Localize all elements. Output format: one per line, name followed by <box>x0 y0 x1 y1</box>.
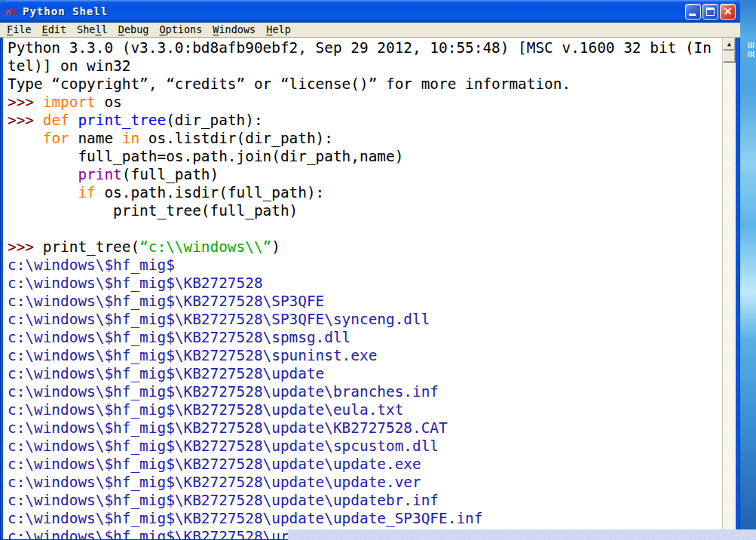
scroll-up-arrow-icon: ▲ <box>727 41 731 48</box>
shell-line: c:\windows\$hf_mig$\KB2727528\update\upd… <box>8 510 722 528</box>
shell-line: c:\windows\$hf_mig$\KB2727528\update\upd… <box>8 474 722 492</box>
shell-line: c:\windows\$hf_mig$\KB2727528 <box>8 275 722 293</box>
shell-text[interactable]: Python 3.3.0 (v3.3.0:bd8afb90ebf2, Sep 2… <box>3 38 722 539</box>
shell-line: c:\windows\$hf_mig$\KB2727528\update\KB2… <box>8 419 722 437</box>
shell-line: c:\windows\$hf_mig$ <box>8 256 722 275</box>
menu-item-edit[interactable]: Edit <box>37 23 72 37</box>
shell-line: tel)] on win32 <box>8 57 722 75</box>
shell-line: >>> print_tree(“c:\\windows\\”) <box>8 238 722 256</box>
shell-line: c:\windows\$hf_mig$\KB2727528\update <box>8 365 722 383</box>
minimize-icon <box>689 14 696 16</box>
maximize-icon <box>706 8 715 16</box>
maximize-button[interactable] <box>702 4 718 20</box>
shell-line: c:\windows\$hf_mig$\KB2727528\update\upd… <box>8 492 722 510</box>
shell-line: if os.path.isdir(full_path): <box>8 184 722 202</box>
shell-line: c:\windows\$hf_mig$\KB2727528\update\upd… <box>8 456 722 474</box>
close-button[interactable]: ✕ <box>720 4 736 20</box>
shell-line: Python 3.3.0 (v3.3.0:bd8afb90ebf2, Sep 2… <box>8 39 722 57</box>
scrollbar-thumb[interactable] <box>723 51 736 63</box>
titlebar-buttons: ✕ <box>685 4 736 20</box>
window-title: Python Shell <box>23 5 108 17</box>
shell-line: c:\windows\$hf_mig$\KB2727528\update\bra… <box>8 383 722 401</box>
menu-item-help[interactable]: Help <box>261 23 296 37</box>
shell-line: full_path=os.path.join(dir_path,name) <box>8 148 722 166</box>
desktop-icon-label-fragment <box>748 42 754 48</box>
shell-line: >>> def print_tree(dir_path): <box>8 112 722 130</box>
shell-line: >>> import os <box>8 94 722 112</box>
menu-item-file[interactable]: File <box>2 23 37 37</box>
shell-content: Python 3.3.0 (v3.3.0:bd8afb90ebf2, Sep 2… <box>3 38 736 539</box>
menu-item-options[interactable]: Options <box>154 23 207 37</box>
shell-line: c:\windows\$hf_mig$\KB2727528\spmsg.dll <box>8 329 722 347</box>
menu-bar: FileEditShellDebugOptionsWindowsHelp <box>0 23 740 38</box>
idle-app-icon <box>5 5 19 17</box>
python-shell-window: Python Shell ✕ FileEditShellDebugOptions… <box>0 0 740 540</box>
menu-item-shell[interactable]: Shell <box>72 23 113 37</box>
title-bar[interactable]: Python Shell ✕ <box>0 0 740 23</box>
desktop-icon-label-fragment <box>748 51 754 57</box>
selection-highlight <box>288 529 756 540</box>
shell-line: Type “copyright”, “credits” or “license(… <box>8 75 722 94</box>
shell-line: for name in os.listdir(dir_path): <box>8 130 722 148</box>
shell-line: print_tree(full_path) <box>8 202 722 220</box>
menu-item-windows[interactable]: Windows <box>207 23 261 37</box>
shell-line: c:\windows\$hf_mig$\KB2727528\SP3QFE\syn… <box>8 311 722 329</box>
shell-line: c:\windows\$hf_mig$\KB2727528\update\spc… <box>8 437 722 456</box>
shell-line <box>8 220 722 238</box>
shell-line: print(full_path) <box>8 166 722 184</box>
close-icon: ✕ <box>721 5 735 19</box>
shell-line: c:\windows\$hf_mig$\KB2727528\update\eul… <box>8 401 722 419</box>
vertical-scrollbar[interactable]: ▲ <box>722 38 736 539</box>
scroll-up-button[interactable]: ▲ <box>723 38 736 51</box>
menu-item-debug[interactable]: Debug <box>113 23 155 37</box>
shell-line: c:\windows\$hf_mig$\KB2727528\spuninst.e… <box>8 347 722 365</box>
minimize-button[interactable] <box>685 4 701 20</box>
shell-line: c:\windows\$hf_mig$\KB2727528\SP3QFE <box>8 293 722 311</box>
